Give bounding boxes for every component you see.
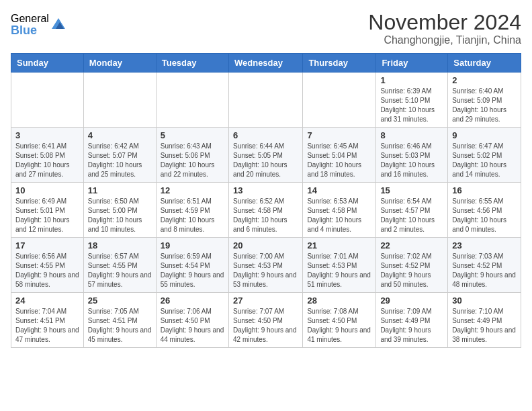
day-info: Sunrise: 6:55 AMSunset: 4:56 PMDaylight:… [452, 197, 517, 234]
weekday-header: Sunday [11, 54, 84, 73]
weekday-header: Tuesday [156, 54, 228, 73]
calendar-week-row: 17Sunrise: 6:56 AMSunset: 4:55 PMDayligh… [11, 238, 521, 293]
calendar-cell: 5Sunrise: 6:43 AMSunset: 5:06 PMDaylight… [156, 128, 228, 183]
day-info: Sunrise: 6:50 AMSunset: 5:00 PMDaylight:… [88, 197, 152, 234]
day-number: 10 [15, 185, 79, 195]
day-info: Sunrise: 6:49 AMSunset: 5:01 PMDaylight:… [15, 197, 79, 234]
calendar-cell: 16Sunrise: 6:55 AMSunset: 4:56 PMDayligh… [448, 183, 521, 238]
day-number: 1 [380, 75, 443, 85]
day-number: 9 [452, 130, 517, 140]
day-number: 21 [307, 240, 371, 250]
calendar-cell: 12Sunrise: 6:51 AMSunset: 4:59 PMDayligh… [156, 183, 228, 238]
day-number: 4 [88, 130, 152, 140]
day-info: Sunrise: 6:57 AMSunset: 4:55 PMDaylight:… [88, 252, 152, 289]
day-number: 29 [380, 295, 443, 306]
day-number: 17 [15, 240, 79, 250]
calendar-cell: 26Sunrise: 7:06 AMSunset: 4:50 PMDayligh… [156, 293, 228, 348]
calendar-cell: 23Sunrise: 7:03 AMSunset: 4:52 PMDayligh… [448, 238, 521, 293]
day-info: Sunrise: 7:06 AMSunset: 4:50 PMDaylight:… [161, 307, 224, 345]
day-number: 27 [233, 295, 298, 306]
calendar-cell: 8Sunrise: 6:46 AMSunset: 5:03 PMDaylight… [376, 128, 448, 183]
calendar-cell: 30Sunrise: 7:10 AMSunset: 4:49 PMDayligh… [448, 293, 521, 348]
day-number: 25 [88, 295, 152, 306]
day-info: Sunrise: 6:41 AMSunset: 5:08 PMDaylight:… [15, 142, 79, 179]
day-number: 24 [15, 295, 79, 306]
day-info: Sunrise: 6:54 AMSunset: 4:57 PMDaylight:… [380, 197, 443, 234]
logo-icon [50, 15, 66, 32]
calendar-cell [303, 73, 376, 128]
day-info: Sunrise: 7:04 AMSunset: 4:51 PMDaylight:… [15, 307, 79, 345]
calendar-cell: 14Sunrise: 6:53 AMSunset: 4:58 PMDayligh… [303, 183, 376, 238]
calendar: SundayMondayTuesdayWednesdayThursdayFrid… [11, 53, 521, 348]
day-number: 22 [380, 240, 443, 250]
calendar-cell: 13Sunrise: 6:52 AMSunset: 4:58 PMDayligh… [228, 183, 302, 238]
day-info: Sunrise: 7:03 AMSunset: 4:52 PMDaylight:… [452, 252, 517, 289]
calendar-cell: 29Sunrise: 7:09 AMSunset: 4:49 PMDayligh… [376, 293, 448, 348]
logo-general: General [11, 13, 49, 24]
day-number: 19 [161, 240, 224, 250]
day-info: Sunrise: 7:02 AMSunset: 4:52 PMDaylight:… [380, 252, 443, 289]
day-number: 7 [307, 130, 371, 140]
day-info: Sunrise: 6:45 AMSunset: 5:04 PMDaylight:… [307, 142, 371, 179]
day-number: 11 [88, 185, 152, 195]
day-info: Sunrise: 7:07 AMSunset: 4:50 PMDaylight:… [233, 307, 298, 345]
calendar-cell: 3Sunrise: 6:41 AMSunset: 5:08 PMDaylight… [11, 128, 84, 183]
day-number: 6 [233, 130, 298, 140]
day-info: Sunrise: 7:05 AMSunset: 4:51 PMDaylight:… [88, 307, 152, 345]
day-number: 15 [380, 185, 443, 195]
calendar-cell: 25Sunrise: 7:05 AMSunset: 4:51 PMDayligh… [83, 293, 156, 348]
calendar-cell: 4Sunrise: 6:42 AMSunset: 5:07 PMDaylight… [83, 128, 156, 183]
calendar-week-row: 1Sunrise: 6:39 AMSunset: 5:10 PMDaylight… [11, 73, 521, 128]
day-info: Sunrise: 6:44 AMSunset: 5:05 PMDaylight:… [233, 142, 298, 179]
calendar-cell: 2Sunrise: 6:40 AMSunset: 5:09 PMDaylight… [448, 73, 521, 128]
calendar-cell: 10Sunrise: 6:49 AMSunset: 5:01 PMDayligh… [11, 183, 84, 238]
day-info: Sunrise: 6:53 AMSunset: 4:58 PMDaylight:… [307, 197, 371, 234]
day-number: 12 [161, 185, 224, 195]
day-info: Sunrise: 7:00 AMSunset: 4:53 PMDaylight:… [233, 252, 298, 289]
calendar-cell: 24Sunrise: 7:04 AMSunset: 4:51 PMDayligh… [11, 293, 84, 348]
day-info: Sunrise: 6:39 AMSunset: 5:10 PMDaylight:… [380, 87, 443, 124]
weekday-header: Wednesday [228, 54, 302, 73]
day-number: 23 [452, 240, 517, 250]
calendar-cell: 15Sunrise: 6:54 AMSunset: 4:57 PMDayligh… [376, 183, 448, 238]
day-number: 14 [307, 185, 371, 195]
day-number: 26 [161, 295, 224, 306]
day-info: Sunrise: 6:43 AMSunset: 5:06 PMDaylight:… [161, 142, 224, 179]
calendar-cell: 21Sunrise: 7:01 AMSunset: 4:53 PMDayligh… [303, 238, 376, 293]
day-number: 8 [380, 130, 443, 140]
day-info: Sunrise: 7:01 AMSunset: 4:53 PMDaylight:… [307, 252, 371, 289]
calendar-cell: 18Sunrise: 6:57 AMSunset: 4:55 PMDayligh… [83, 238, 156, 293]
calendar-cell: 19Sunrise: 6:59 AMSunset: 4:54 PMDayligh… [156, 238, 228, 293]
page-header: General Blue November 2024 Changhongjie,… [11, 11, 521, 46]
day-number: 18 [88, 240, 152, 250]
day-info: Sunrise: 7:10 AMSunset: 4:49 PMDaylight:… [452, 307, 517, 345]
calendar-cell: 7Sunrise: 6:45 AMSunset: 5:04 PMDaylight… [303, 128, 376, 183]
day-number: 28 [307, 295, 371, 306]
calendar-cell: 22Sunrise: 7:02 AMSunset: 4:52 PMDayligh… [376, 238, 448, 293]
calendar-cell: 1Sunrise: 6:39 AMSunset: 5:10 PMDaylight… [376, 73, 448, 128]
calendar-cell: 28Sunrise: 7:08 AMSunset: 4:50 PMDayligh… [303, 293, 376, 348]
weekday-header: Friday [376, 54, 448, 73]
weekday-header: Thursday [303, 54, 376, 73]
day-info: Sunrise: 7:09 AMSunset: 4:49 PMDaylight:… [380, 307, 443, 345]
title-block: November 2024 Changhongjie, Tianjin, Chi… [368, 11, 521, 46]
day-info: Sunrise: 6:46 AMSunset: 5:03 PMDaylight:… [380, 142, 443, 179]
day-number: 3 [15, 130, 79, 140]
weekday-header-row: SundayMondayTuesdayWednesdayThursdayFrid… [11, 54, 521, 73]
calendar-week-row: 3Sunrise: 6:41 AMSunset: 5:08 PMDaylight… [11, 128, 521, 183]
logo: General Blue [11, 13, 66, 36]
month-title: November 2024 [368, 11, 521, 34]
calendar-cell [228, 73, 302, 128]
day-number: 5 [161, 130, 224, 140]
day-info: Sunrise: 7:08 AMSunset: 4:50 PMDaylight:… [307, 307, 371, 345]
calendar-cell [156, 73, 228, 128]
day-number: 13 [233, 185, 298, 195]
calendar-week-row: 10Sunrise: 6:49 AMSunset: 5:01 PMDayligh… [11, 183, 521, 238]
calendar-cell: 6Sunrise: 6:44 AMSunset: 5:05 PMDaylight… [228, 128, 302, 183]
day-info: Sunrise: 6:52 AMSunset: 4:58 PMDaylight:… [233, 197, 298, 234]
calendar-cell: 17Sunrise: 6:56 AMSunset: 4:55 PMDayligh… [11, 238, 84, 293]
calendar-cell: 27Sunrise: 7:07 AMSunset: 4:50 PMDayligh… [228, 293, 302, 348]
day-info: Sunrise: 6:51 AMSunset: 4:59 PMDaylight:… [161, 197, 224, 234]
calendar-cell: 20Sunrise: 7:00 AMSunset: 4:53 PMDayligh… [228, 238, 302, 293]
calendar-cell: 9Sunrise: 6:47 AMSunset: 5:02 PMDaylight… [448, 128, 521, 183]
